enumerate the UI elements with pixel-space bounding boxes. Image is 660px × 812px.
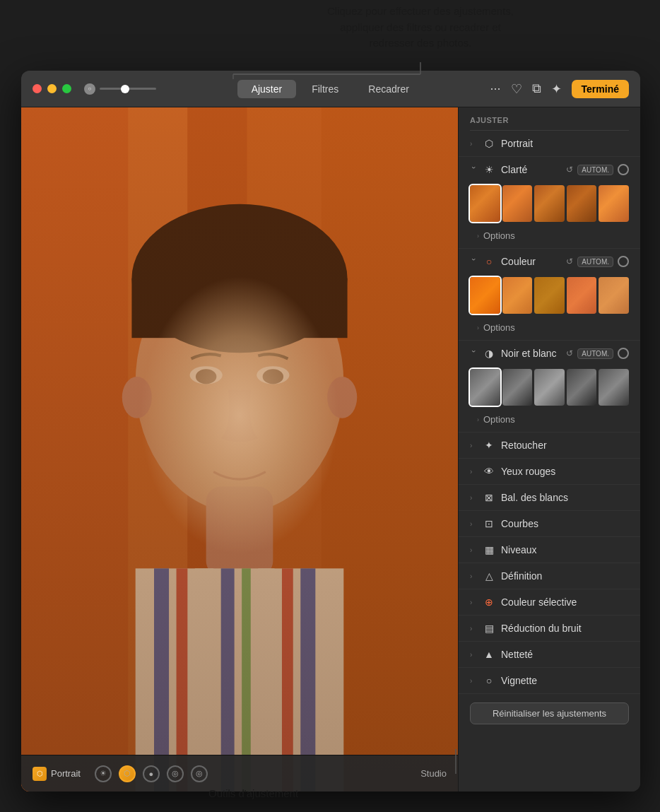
couleur-actions: ↺ AUTOM. <box>566 256 629 267</box>
photo-display <box>21 107 458 792</box>
adj-row-bal-blancs[interactable]: › ⊠ Bal. des blancs <box>459 485 640 511</box>
thumb-clarte-1[interactable] <box>470 185 500 222</box>
chevron-definition-icon: › <box>470 572 477 580</box>
traffic-lights <box>33 84 71 93</box>
adj-row-noir-blanc[interactable]: › ◑ Noir et blanc ↺ AUTOM. <box>459 341 640 366</box>
duplicate-icon[interactable]: ⧉ <box>532 81 541 96</box>
toolbar-right: ··· ♡ ⧉ ✦ Terminé <box>490 80 629 98</box>
thumb-clarte-3[interactable] <box>534 185 565 222</box>
adj-row-retoucher[interactable]: › ✦ Retoucher <box>459 433 640 459</box>
couleur-adj-icon: ○ <box>483 255 495 268</box>
adj-row-clarte[interactable]: › ☀ Clarté ↺ AUTOM. <box>459 157 640 182</box>
lighting-contour-icon[interactable]: ● <box>143 765 160 782</box>
studio-label: Studio <box>420 768 447 779</box>
noir-blanc-options-row[interactable]: › Options <box>459 411 640 432</box>
thumb-couleur-1[interactable] <box>470 277 500 314</box>
tab-recadrer[interactable]: Recadrer <box>354 80 423 98</box>
maximize-button[interactable] <box>62 84 71 93</box>
options-clarte-chevron-icon: › <box>477 233 479 240</box>
couleur-selective-adj-label: Couleur sélective <box>501 596 629 608</box>
lighting-stage-icon[interactable]: ◎ <box>167 765 184 782</box>
clarte-adj-label: Clarté <box>501 164 560 175</box>
adj-row-reduction-bruit[interactable]: › ▤ Réduction du bruit <box>459 616 640 642</box>
noir-blanc-reset-icon[interactable]: ↺ <box>566 348 573 358</box>
thumb-clarte-5[interactable] <box>599 185 629 222</box>
main-content: ⬡ Portrait ☀ ⬡ ● ◎ ◎ Studio AJUSTER › <box>21 107 640 792</box>
minimize-button[interactable] <box>47 84 57 93</box>
adj-row-nettete[interactable]: › ▲ Netteté <box>459 642 640 668</box>
couleur-thumbs <box>459 274 640 319</box>
yeux-rouges-adj-icon: 👁 <box>483 465 495 478</box>
chevron-bal-blancs-icon: › <box>470 494 477 502</box>
portrait-adj-icon: ⬡ <box>483 137 495 150</box>
tab-filtres[interactable]: Filtres <box>297 80 353 98</box>
noir-blanc-section: › ◑ Noir et blanc ↺ AUTOM. <box>459 341 640 433</box>
clarte-thumbs <box>459 182 640 228</box>
clarte-adj-icon: ☀ <box>483 163 495 176</box>
chevron-noir-blanc-icon: › <box>470 350 478 357</box>
clarte-reset-icon[interactable]: ↺ <box>566 165 573 175</box>
courbes-adj-icon: ⊡ <box>483 517 495 530</box>
options-couleur-label: Options <box>483 322 515 333</box>
magic-wand-icon[interactable]: ✦ <box>551 81 562 97</box>
niveaux-adj-label: Niveaux <box>501 544 629 555</box>
panel-header: AJUSTER <box>459 107 640 130</box>
bal-blancs-adj-icon: ⊠ <box>483 491 495 504</box>
favorites-icon[interactable]: ♡ <box>511 81 522 97</box>
chevron-yeux-rouges-icon: › <box>470 468 477 476</box>
chevron-reduction-bruit-icon: › <box>470 625 477 632</box>
lighting-natural-icon[interactable]: ☀ <box>95 765 112 782</box>
adj-row-niveaux[interactable]: › ▦ Niveaux <box>459 537 640 563</box>
portrait-cube-icon: ⬡ <box>33 767 47 781</box>
titlebar: ○ Ajuster Filtres Recadrer ··· ♡ ⧉ ✦ Ter… <box>21 71 640 107</box>
adj-row-couleur[interactable]: › ○ Couleur ↺ AUTOM. <box>459 249 640 274</box>
clarte-toggle[interactable] <box>618 164 629 175</box>
nettete-adj-label: Netteté <box>501 649 629 660</box>
clarte-auto-button[interactable]: AUTOM. <box>577 165 613 175</box>
thumb-couleur-5[interactable] <box>599 277 629 314</box>
reset-button[interactable]: Réinitialiser les ajustements <box>470 702 629 724</box>
thumb-bw-2[interactable] <box>502 369 533 406</box>
lighting-mono-icon[interactable]: ◎ <box>191 765 208 782</box>
thumb-bw-1[interactable] <box>470 369 500 406</box>
couleur-auto-button[interactable]: AUTOM. <box>577 257 613 267</box>
noir-blanc-adj-icon: ◑ <box>483 347 495 360</box>
thumb-clarte-4[interactable] <box>567 185 597 222</box>
thumb-bw-5[interactable] <box>599 369 629 406</box>
chevron-couleur-icon: › <box>470 258 478 265</box>
couleur-section: › ○ Couleur ↺ AUTOM. <box>459 249 640 341</box>
thumb-couleur-4[interactable] <box>567 277 597 314</box>
close-button[interactable] <box>33 84 42 93</box>
adj-row-couleur-selective[interactable]: › ⊕ Couleur sélective <box>459 589 640 616</box>
couleur-options-row[interactable]: › Options <box>459 319 640 340</box>
adj-row-courbes[interactable]: › ⊡ Courbes <box>459 511 640 537</box>
lighting-studio-icon[interactable]: ⬡ <box>119 765 136 782</box>
clarte-actions: ↺ AUTOM. <box>566 164 629 175</box>
portrait-text: Portrait <box>51 768 81 779</box>
chevron-courbes-icon: › <box>470 520 477 528</box>
adj-row-definition[interactable]: › △ Définition <box>459 563 640 589</box>
adj-row-vignette[interactable]: › ○ Vignette <box>459 668 640 694</box>
brightness-slider[interactable]: ○ <box>84 83 156 95</box>
thumb-bw-3[interactable] <box>534 369 565 406</box>
right-panel: AJUSTER › ⬡ Portrait › ☀ Clarté ↺ AUTOM. <box>458 107 640 792</box>
thumb-bw-4[interactable] <box>567 369 597 406</box>
more-options-icon[interactable]: ··· <box>490 81 501 96</box>
clarte-options-row[interactable]: › Options <box>459 228 640 248</box>
thumb-couleur-3[interactable] <box>534 277 565 314</box>
couleur-adj-label: Couleur <box>501 256 560 267</box>
chevron-nettete-icon: › <box>470 651 477 659</box>
couleur-reset-icon[interactable]: ↺ <box>566 257 573 266</box>
thumb-couleur-2[interactable] <box>502 277 533 314</box>
adj-row-yeux-rouges[interactable]: › 👁 Yeux rouges <box>459 459 640 485</box>
done-button[interactable]: Terminé <box>572 80 629 98</box>
noir-blanc-auto-button[interactable]: AUTOM. <box>577 348 613 359</box>
brightness-icon: ○ <box>84 83 95 95</box>
slider-track[interactable] <box>100 88 156 90</box>
couleur-toggle[interactable] <box>618 256 629 267</box>
tab-ajuster[interactable]: Ajuster <box>237 80 297 98</box>
noir-blanc-toggle[interactable] <box>618 348 629 359</box>
thumb-clarte-2[interactable] <box>502 185 533 222</box>
photo-area: ⬡ Portrait ☀ ⬡ ● ◎ ◎ Studio <box>21 107 458 792</box>
adj-row-portrait[interactable]: › ⬡ Portrait <box>459 131 640 157</box>
